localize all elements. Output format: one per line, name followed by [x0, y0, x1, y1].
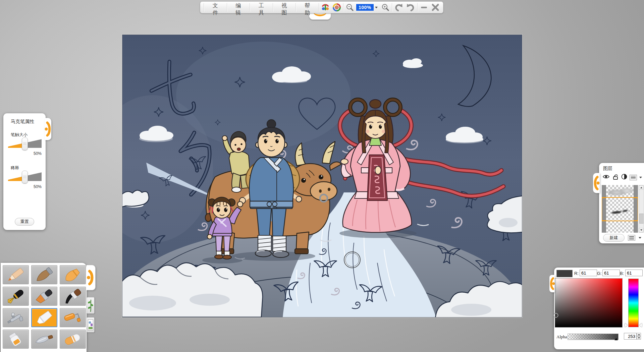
marker-properties-panel: 马克笔属性 笔触大小 50% 稀释 50% 重置: [3, 113, 46, 230]
marker-panel-handle[interactable]: [45, 118, 51, 140]
red-field[interactable]: [580, 270, 597, 276]
layer-options-caret[interactable]: [639, 237, 641, 239]
toolbar-divider: [296, 3, 296, 12]
red-label: R:: [574, 271, 579, 276]
dilution-slider[interactable]: [8, 172, 42, 181]
toolbar-divider: [417, 3, 418, 12]
sv-cursor-ring[interactable]: [554, 313, 558, 317]
toolbar-divider: [227, 3, 227, 12]
menu-edit[interactable]: 编辑: [228, 2, 249, 12]
drawing-canvas[interactable]: [122, 35, 522, 317]
tool-airbrush[interactable]: [3, 308, 29, 327]
tool-colored-pencil[interactable]: [3, 265, 29, 284]
brush-size-slider[interactable]: [8, 139, 42, 148]
color-picker-panel: R: G: B: Alpha: [554, 268, 644, 349]
layer-list: [602, 185, 638, 233]
layer-options-icon[interactable]: [628, 235, 635, 241]
color-picker-handle[interactable]: [549, 275, 555, 292]
layer-row-clouds[interactable]: [602, 185, 638, 197]
zoom-level-field[interactable]: 100%: [356, 4, 374, 11]
redo-button[interactable]: [405, 2, 417, 12]
toolbar-divider: [204, 3, 204, 12]
rainbow-figure-icon[interactable]: [320, 2, 331, 12]
blue-label: B:: [620, 271, 624, 276]
green-field[interactable]: [602, 270, 620, 276]
tool-flat-brush[interactable]: [31, 287, 57, 306]
toolbar-divider: [343, 3, 343, 12]
layers-panel: 图层: [599, 163, 644, 243]
scrollbar-thumb[interactable]: [639, 214, 644, 224]
alpha-gradient: [568, 334, 618, 340]
blend-half-icon[interactable]: [621, 174, 627, 181]
new-layer-button[interactable]: 新建: [603, 234, 625, 242]
picture-stamp-tab[interactable]: [87, 317, 95, 333]
orange-grip-icon: [45, 118, 51, 140]
tool-wooden-pen[interactable]: [31, 265, 57, 284]
layer-scrollbar[interactable]: [639, 185, 644, 233]
unlock-icon[interactable]: [612, 174, 619, 181]
scroll-up-arrow[interactable]: [639, 185, 643, 190]
orange-grip-icon: [549, 275, 555, 292]
hue-bar[interactable]: [628, 279, 639, 327]
menu-help[interactable]: 帮助: [297, 2, 318, 12]
alpha-spin-down[interactable]: [637, 336, 641, 340]
saturation-value-square[interactable]: [555, 278, 623, 328]
toolbar-divider: [319, 3, 319, 12]
layers-panel-handle[interactable]: [593, 173, 600, 193]
dilution-label: 稀释: [11, 165, 46, 171]
hue-marker-left[interactable]: [625, 323, 628, 327]
close-button[interactable]: [430, 2, 441, 12]
alpha-slider[interactable]: [568, 334, 619, 340]
toolbar-divider: [273, 3, 273, 12]
tool-crayon[interactable]: [60, 265, 86, 284]
tool-paint-tube[interactable]: [3, 330, 29, 349]
dilution-slider-handle[interactable]: [22, 171, 28, 183]
layer-row-sketch-selected[interactable]: [602, 198, 638, 221]
menu-file[interactable]: 文件: [205, 2, 226, 12]
hue-marker-right[interactable]: [639, 323, 642, 327]
zoom-level-value: 100%: [359, 5, 371, 10]
layer-thumbnail: [606, 198, 634, 221]
tool-palette-handle[interactable]: [87, 265, 96, 290]
tool-paint-roller[interactable]: [60, 308, 86, 327]
layer-frame: [634, 198, 638, 221]
tool-eraser[interactable]: [60, 330, 86, 349]
menu-view[interactable]: 视图: [274, 2, 295, 12]
layer-menu-icon[interactable]: [630, 175, 637, 180]
marker-panel-title: 马克笔属性: [3, 113, 46, 125]
current-color-swatch: [556, 270, 573, 277]
plant-stamp-tab[interactable]: [87, 297, 95, 314]
menu-tools[interactable]: 工具: [251, 2, 272, 12]
tool-ink-brush[interactable]: [60, 287, 86, 306]
layer-row-empty[interactable]: [602, 221, 638, 233]
orange-grip-icon: [593, 173, 600, 193]
plant-icon: [88, 298, 94, 312]
tool-fountain-pen[interactable]: [3, 287, 29, 306]
zoom-in-button[interactable]: [380, 2, 391, 12]
layer-frame: [634, 221, 638, 233]
brush-size-slider-handle[interactable]: [22, 137, 28, 150]
layer-frame: [602, 221, 606, 233]
reset-button[interactable]: 重置: [15, 218, 34, 226]
scroll-down-arrow[interactable]: [639, 228, 643, 232]
canvas-artwork: [122, 35, 522, 317]
minimize-button[interactable]: [418, 2, 430, 12]
tool-marker[interactable]: [31, 308, 57, 327]
layer-thumbnail: [606, 185, 634, 197]
main-toolbar: 文件 编辑 工具 视图 帮助 100%: [200, 1, 443, 13]
dilution-value: 50%: [3, 184, 42, 189]
layer-menu-caret[interactable]: [639, 177, 642, 178]
alpha-value-field[interactable]: [624, 333, 637, 340]
alpha-marker[interactable]: [614, 338, 618, 340]
tool-palette-knife[interactable]: [31, 330, 57, 349]
toolbar-divider: [392, 3, 392, 12]
visibility-eye-icon[interactable]: [602, 174, 610, 181]
undo-button[interactable]: [393, 2, 405, 12]
brush-size-label: 笔触大小: [11, 132, 46, 138]
rainbow-wheel-icon[interactable]: [331, 2, 342, 12]
zoom-dropdown-caret[interactable]: [375, 7, 378, 8]
zoom-out-button[interactable]: [344, 2, 356, 12]
alpha-spin-up[interactable]: [637, 333, 641, 336]
orange-grip-icon: [87, 265, 95, 290]
blue-field[interactable]: [625, 270, 643, 276]
